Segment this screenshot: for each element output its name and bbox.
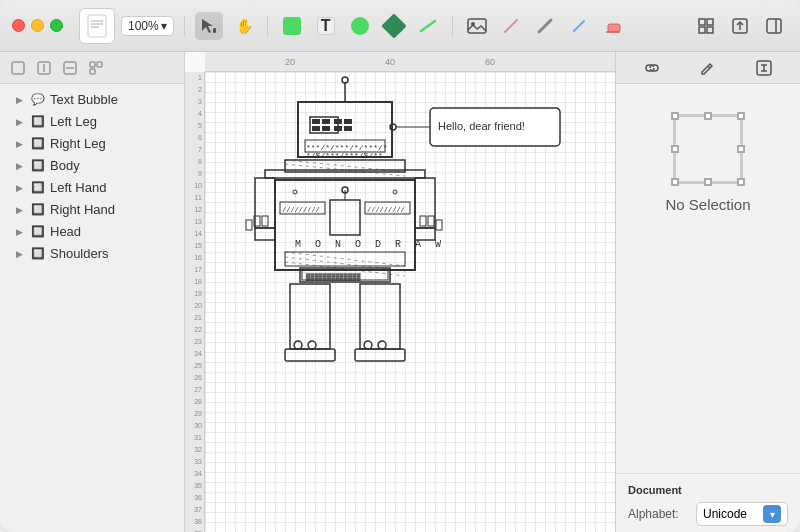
panel-button[interactable] (760, 12, 788, 40)
svg-line-13 (574, 21, 584, 31)
toolbar-separator-2 (267, 16, 268, 36)
svg-rect-17 (707, 19, 713, 25)
svg-rect-14 (608, 24, 620, 32)
svg-text://///////: ///////// (367, 206, 405, 214)
upload-button[interactable] (726, 12, 754, 40)
alphabet-select[interactable]: Unicode ▾ (696, 502, 788, 526)
sidebar: ▶ 💬 Text Bubble ▶ 🔲 Left Leg ▶ 🔲 Right L… (0, 52, 185, 532)
handle-ml (671, 145, 679, 153)
chevron-icon: ▶ (16, 161, 26, 171)
svg-text:✋: ✋ (236, 18, 252, 35)
ruler-vertical: 1 2 3 4 5 6 7 8 9 10 11 12 13 14 15 16 1 (185, 72, 205, 532)
svg-rect-24 (12, 62, 24, 74)
sidebar-item-right-hand[interactable]: ▶ 🔲 Right Hand (4, 199, 180, 220)
svg-point-78 (308, 341, 316, 349)
sidebar-item-text-bubble[interactable]: ▶ 💬 Text Bubble (4, 89, 180, 110)
svg-line-7 (421, 21, 435, 31)
ruler-mark-60: 60 (485, 57, 495, 67)
sidebar-item-head[interactable]: ▶ 🔲 Head (4, 221, 180, 242)
maximize-button[interactable] (50, 19, 63, 32)
brush-tool-button[interactable] (531, 12, 559, 40)
minimize-button[interactable] (31, 19, 44, 32)
svg-rect-54 (265, 170, 425, 178)
document-section-label: Document (628, 484, 788, 496)
diamond-tool-button[interactable] (380, 12, 408, 40)
sidebar-btn-4[interactable] (84, 57, 108, 79)
text-tool-button[interactable]: T (312, 12, 340, 40)
no-selection-icon (673, 114, 743, 184)
pencil-tool-button[interactable] (497, 12, 525, 40)
sidebar-add-button[interactable] (6, 57, 30, 79)
rp-info-button[interactable] (751, 55, 777, 81)
select-tool-button[interactable] (195, 12, 223, 40)
ruler-mark-40: 40 (385, 57, 395, 67)
head-icon: 🔲 (31, 225, 45, 238)
line-tool-button[interactable] (414, 12, 442, 40)
sidebar-item-label: Left Hand (50, 180, 106, 195)
svg-line-91 (708, 66, 710, 68)
svg-rect-0 (88, 15, 106, 37)
toolbar-separator-3 (452, 16, 453, 36)
image-tool-button[interactable] (463, 12, 491, 40)
pen-tool-button[interactable] (565, 12, 593, 40)
grid-button[interactable] (692, 12, 720, 40)
close-button[interactable] (12, 19, 25, 32)
svg-point-58 (293, 190, 297, 194)
svg-rect-37 (322, 119, 330, 124)
sidebar-item-left-hand[interactable]: ▶ 🔲 Left Hand (4, 177, 180, 198)
svg-rect-80 (355, 349, 405, 361)
eraser-tool-button[interactable] (599, 12, 627, 40)
sidebar-item-label: Head (50, 224, 81, 239)
chevron-icon: ▶ (16, 117, 26, 127)
svg-rect-38 (334, 119, 342, 124)
rp-edit-button[interactable] (695, 55, 721, 81)
text-icon: T (317, 17, 335, 35)
circle-tool-button[interactable] (346, 12, 374, 40)
sidebar-item-right-leg[interactable]: ▶ 🔲 Right Leg (4, 133, 180, 154)
svg-rect-42 (334, 126, 342, 131)
sidebar-item-left-leg[interactable]: ▶ 🔲 Left Leg (4, 111, 180, 132)
svg-rect-5 (213, 28, 216, 33)
svg-rect-86 (262, 216, 268, 226)
svg-rect-89 (428, 216, 434, 226)
title-bar: 100% ▾ ✋ T (0, 0, 800, 52)
handle-tr (737, 112, 745, 120)
right-hand-icon: 🔲 (31, 203, 45, 216)
sidebar-item-label: Right Hand (50, 202, 115, 217)
sidebar-toolbar (0, 52, 184, 84)
zoom-level: 100% (128, 19, 159, 33)
rectangle-tool-button[interactable] (278, 12, 306, 40)
svg-rect-76 (285, 349, 335, 361)
ruler-horizontal: 20 40 60 (205, 52, 615, 72)
chevron-icon: ▶ (16, 139, 26, 149)
zoom-control[interactable]: 100% ▾ (121, 16, 174, 36)
alphabet-row: Alphabet: Unicode ▾ (628, 502, 788, 526)
handle-bl (671, 178, 679, 186)
chevron-icon: ▶ (16, 95, 26, 105)
zoom-arrow: ▾ (161, 19, 167, 33)
svg-rect-75 (290, 284, 330, 349)
select-arrow-icon: ▾ (763, 505, 781, 523)
pan-tool-button[interactable]: ✋ (229, 12, 257, 40)
svg-rect-90 (436, 220, 442, 230)
svg-point-82 (378, 341, 386, 349)
svg-text:*/$/***/***/$/**: */$/***/***/$/** (306, 151, 383, 160)
canvas-area[interactable]: 20 40 60 1 2 3 4 5 6 7 8 9 10 11 1 (185, 52, 615, 532)
shoulders-icon: 🔲 (31, 247, 45, 260)
sidebar-btn-3[interactable] (58, 57, 82, 79)
svg-point-81 (364, 341, 372, 349)
doc-icon (79, 8, 115, 44)
svg-rect-18 (699, 27, 705, 33)
sidebar-item-shoulders[interactable]: ▶ 🔲 Shoulders (4, 243, 180, 264)
rp-link-button[interactable] (639, 55, 665, 81)
svg-point-59 (393, 190, 397, 194)
svg-rect-31 (90, 69, 95, 74)
svg-point-77 (294, 341, 302, 349)
sidebar-item-body[interactable]: ▶ 🔲 Body (4, 155, 180, 176)
alphabet-value: Unicode (703, 507, 747, 521)
toolbar: 100% ▾ ✋ T (79, 8, 788, 44)
document-section: Document Alphabet: Unicode ▾ (616, 473, 800, 532)
sidebar-btn-2[interactable] (32, 57, 56, 79)
sidebar-items-list: ▶ 💬 Text Bubble ▶ 🔲 Left Leg ▶ 🔲 Right L… (0, 84, 184, 532)
canvas-grid[interactable]: ***/*/***/*/***/* */$/***/***/$/** Hello… (205, 72, 615, 532)
